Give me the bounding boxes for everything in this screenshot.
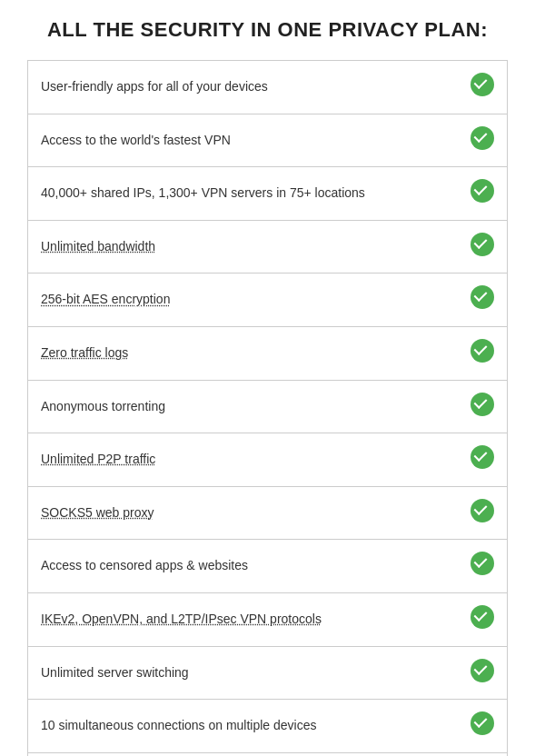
feature-text-13: 10 simultaneous connections on multiple … <box>28 700 458 753</box>
table-row: SOCKS5 web proxy <box>28 486 508 540</box>
page-title: ALL THE SECURITY IN ONE PRIVACY PLAN: <box>47 18 488 42</box>
feature-text-8: Unlimited P2P traffic <box>28 433 458 487</box>
feature-label: Unlimited bandwidth <box>41 239 155 254</box>
feature-label: IKEv2, OpenVPN, and L2TP/IPsec VPN proto… <box>41 612 322 626</box>
checkmark-icon <box>471 659 494 682</box>
feature-label: Unlimited P2P traffic <box>41 452 155 466</box>
feature-check-5 <box>458 274 508 327</box>
feature-text-10: Access to censored apps & websites <box>28 540 458 593</box>
checkmark-icon <box>471 393 494 416</box>
table-row: 256-bit AES encryption <box>28 274 508 327</box>
feature-check-11 <box>458 592 508 646</box>
checkmark-icon <box>471 73 494 96</box>
feature-check-3 <box>458 167 508 221</box>
feature-check-1 <box>458 61 508 114</box>
feature-check-9 <box>458 486 508 540</box>
checkmark-icon <box>471 499 494 522</box>
feature-label: 256-bit AES encryption <box>41 292 170 306</box>
checkmark-icon <box>471 233 494 256</box>
feature-text-11: IKEv2, OpenVPN, and L2TP/IPsec VPN proto… <box>28 592 458 646</box>
feature-text-6: Zero traffic logs <box>28 326 458 380</box>
checkmark-icon <box>471 711 494 735</box>
table-row: 40,000+ shared IPs, 1,300+ VPN servers i… <box>28 167 508 221</box>
checkmark-icon <box>471 179 494 203</box>
table-row: Access to censored apps & websites <box>28 540 508 593</box>
checkmark-icon <box>471 605 494 629</box>
feature-text-9: SOCKS5 web proxy <box>28 486 458 540</box>
table-row: Unlimited bandwidth <box>28 220 508 274</box>
feature-text-4: Unlimited bandwidth <box>28 220 458 274</box>
feature-label: SOCKS5 web proxy <box>41 505 154 520</box>
feature-check-12 <box>458 646 508 700</box>
checkmark-icon <box>471 339 494 363</box>
features-table: User-friendly apps for all of your devic… <box>27 60 508 756</box>
feature-text-1: User-friendly apps for all of your devic… <box>28 61 458 114</box>
checkmark-icon <box>471 285 494 309</box>
table-row: Unlimited server switching <box>28 646 508 700</box>
feature-text-5: 256-bit AES encryption <box>28 274 458 327</box>
feature-text-7: Anonymous torrenting <box>28 380 458 433</box>
table-row: Access to the world's fastest VPN <box>28 114 508 167</box>
checkmark-icon <box>471 552 494 575</box>
table-row: User-friendly apps for all of your devic… <box>28 61 508 114</box>
checkmark-icon <box>471 445 494 469</box>
feature-text-2: Access to the world's fastest VPN <box>28 114 458 167</box>
feature-label: Zero traffic logs <box>41 345 128 360</box>
feature-check-13 <box>458 700 508 753</box>
table-row: Unlimited P2P traffic <box>28 433 508 487</box>
feature-check-8 <box>458 433 508 487</box>
feature-check-7 <box>458 380 508 433</box>
feature-check-6 <box>458 326 508 380</box>
feature-text-12: Unlimited server switching <box>28 646 458 700</box>
table-row: Zero traffic logs <box>28 326 508 380</box>
feature-check-2 <box>458 114 508 167</box>
feature-check-14 <box>458 752 508 756</box>
feature-check-10 <box>458 540 508 593</box>
table-row: IKEv2, OpenVPN, and L2TP/IPsec VPN proto… <box>28 592 508 646</box>
feature-text-3: 40,000+ shared IPs, 1,300+ VPN servers i… <box>28 167 458 221</box>
feature-text-14: 24/7 customer support <box>28 752 458 756</box>
feature-check-4 <box>458 220 508 274</box>
table-row: 10 simultaneous connections on multiple … <box>28 700 508 753</box>
table-row: Anonymous torrenting <box>28 380 508 433</box>
checkmark-icon <box>471 126 494 150</box>
table-row: 24/7 customer support <box>28 752 508 756</box>
